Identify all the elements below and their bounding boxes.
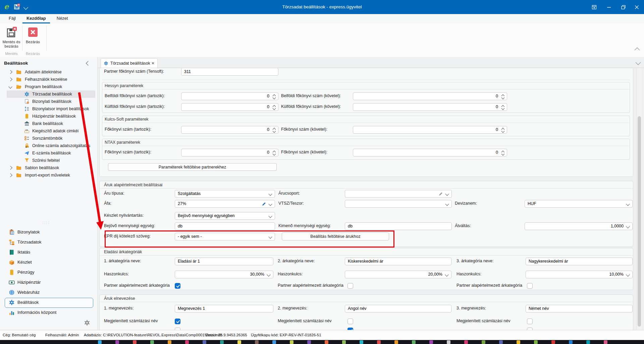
tree-item[interactable]: Program beállítások xyxy=(0,83,97,90)
taskbar-app-icon[interactable] xyxy=(237,340,241,344)
save-and-close-button[interactable]: Mentés és bezárás xyxy=(2,25,21,51)
menu-tab-fjl[interactable]: Fájl xyxy=(3,14,21,23)
taskbar-app-icon[interactable] xyxy=(394,340,398,344)
gl-number-spin[interactable]: 0 xyxy=(181,92,278,100)
scrollbar-thumb[interactable] xyxy=(638,116,641,327)
ribbon-collapse-chevron-up-icon[interactable] xyxy=(635,48,640,53)
taskbar-app-icon[interactable] xyxy=(499,340,503,344)
spinner-icon[interactable] xyxy=(501,105,505,110)
nav-item-webruhz[interactable]: Webáruház xyxy=(0,287,97,297)
epr-select[interactable]: - egyik sem - xyxy=(175,233,275,240)
tree-item[interactable]: Szűrési feltétel xyxy=(0,157,97,164)
tree-item[interactable]: Bank beállítások xyxy=(0,120,97,127)
price-category-name-input[interactable]: Kiskereskedelmi ár xyxy=(345,258,451,265)
taskbar-app-icon[interactable] xyxy=(569,340,573,344)
nav-drag-handle[interactable]: ········ xyxy=(42,221,54,224)
taskbar-app-icon[interactable] xyxy=(290,340,293,344)
margin-select[interactable]: 10,00% xyxy=(526,271,633,278)
sidebar-settings-gear-icon[interactable] xyxy=(84,320,90,326)
partner-default-category-checkbox[interactable] xyxy=(347,283,353,289)
afa-select[interactable]: 27% xyxy=(175,200,275,208)
nav-item-bizonylatok[interactable]: Bizonylatok xyxy=(0,227,97,237)
aru-tipusa-select[interactable]: Szolgáltatás xyxy=(175,190,275,198)
taskbar-app-icon[interactable] xyxy=(360,340,363,344)
gl-number-spin[interactable]: 0 xyxy=(181,126,278,134)
vertical-scrollbar[interactable] xyxy=(637,68,642,330)
price-category-name-input[interactable]: Nagykereskedelmi ár xyxy=(526,258,633,265)
gl-number-spin[interactable]: 0 xyxy=(353,149,507,156)
spinner-icon[interactable] xyxy=(501,127,505,133)
taskbar-app-icon[interactable] xyxy=(551,340,555,344)
os-taskbar[interactable] xyxy=(0,340,644,344)
taskbar-app-icon[interactable] xyxy=(464,340,468,344)
taskbar-app-icon[interactable] xyxy=(168,340,171,344)
spinner-icon[interactable] xyxy=(501,94,505,99)
spinner-icon[interactable] xyxy=(273,105,276,110)
gl-number-spin[interactable]: 0 xyxy=(353,103,507,111)
display-invoice-name-checkbox[interactable] xyxy=(527,319,533,324)
tree-item[interactable]: Adataim áttekintése xyxy=(0,68,97,76)
minimize-button[interactable] xyxy=(601,0,616,14)
close-tab-button[interactable]: Bezárás xyxy=(23,25,42,51)
taskbar-app-icon[interactable] xyxy=(307,340,311,344)
taskbar-app-icon[interactable] xyxy=(429,340,433,344)
taskbar-app-icon[interactable] xyxy=(115,340,119,344)
taskbar-app-icon[interactable] xyxy=(150,340,154,344)
taskbar-app-icon[interactable] xyxy=(255,340,259,344)
upload-goods-settings-button[interactable]: Beállítás feltöltése árukhoz xyxy=(282,232,389,240)
taskbar-app-icon[interactable] xyxy=(447,340,450,344)
taskbar-app-icon[interactable] xyxy=(586,340,590,344)
tree-item[interactable]: Bizonylatsor import beállítások xyxy=(0,105,97,113)
tree-item[interactable]: Bizonylati beállítások xyxy=(0,98,97,105)
taskbar-app-icon[interactable] xyxy=(325,340,328,344)
tab-close-icon[interactable]: ✕ xyxy=(151,61,155,66)
tree-expander-icon[interactable] xyxy=(8,77,12,81)
keszlet-select[interactable]: Bejövő mennyiségi egységben xyxy=(175,212,275,220)
tree-item[interactable]: ABKiegészítő adatok cimkéi xyxy=(0,127,97,135)
nav-item-informciskzpont[interactable]: Információs központ xyxy=(0,307,97,318)
arucsoport-select[interactable] xyxy=(345,190,452,198)
nav-item-iktats[interactable]: Iktatás xyxy=(0,247,97,257)
tree-expander-icon[interactable] xyxy=(8,85,12,88)
tree-item[interactable]: Online számla adatszolgáltatás xyxy=(0,142,97,149)
tree-item[interactable]: Felhasználók kezelése xyxy=(0,76,97,83)
tree-expander-icon[interactable] xyxy=(8,70,12,74)
taskbar-app-icon[interactable] xyxy=(604,340,607,344)
menu-tab-kezdlap[interactable]: Kezdőlap xyxy=(21,14,51,23)
gl-number-spin[interactable]: 0 xyxy=(353,126,507,134)
tree-item[interactable]: E-számla beállítások xyxy=(0,149,97,157)
menu-tab-nzet[interactable]: Nézet xyxy=(51,14,73,23)
taskbar-app-icon[interactable] xyxy=(203,340,206,344)
nav-item-hzipnztr[interactable]: Házipénztár xyxy=(0,277,97,287)
tree-item[interactable]: Sablon beállítások xyxy=(0,164,97,171)
tree-item[interactable]: Import-export műveletek xyxy=(0,171,97,179)
display-invoice-name-checkbox[interactable] xyxy=(175,319,180,324)
taskbar-app-icon[interactable] xyxy=(517,340,520,344)
tree-item[interactable]: Házipénztár beállítások xyxy=(0,113,97,120)
goods-name-input[interactable]: Német név xyxy=(526,305,633,313)
nav-item-kszlet[interactable]: Készlet xyxy=(0,257,97,267)
atvaltas-select[interactable]: 1,0000 xyxy=(525,222,633,230)
close-button[interactable] xyxy=(629,0,644,14)
nav-item-pnzgy[interactable]: Pénzügy xyxy=(0,267,97,277)
tree-item[interactable]: Törzsadat beállítások xyxy=(0,90,97,98)
clipped-row-checkbox[interactable] xyxy=(527,328,533,330)
taskbar-app-icon[interactable] xyxy=(482,340,485,344)
taskbar-app-icon[interactable] xyxy=(185,340,189,344)
price-category-name-input[interactable]: Eladási ár 1 xyxy=(175,258,273,265)
gl-number-spin[interactable]: 0 xyxy=(353,92,507,100)
partner-gl-input[interactable]: 311 xyxy=(181,68,278,76)
nav-item-trzsadatok[interactable]: Törzsadatok xyxy=(0,237,97,247)
goods-name-input[interactable]: Angol név xyxy=(345,305,451,313)
spinner-icon[interactable] xyxy=(273,94,276,99)
taskbar-app-icon[interactable] xyxy=(98,340,102,344)
gl-number-spin[interactable]: 0 xyxy=(181,149,278,156)
tree-item[interactable]: Sorszámtömbök xyxy=(0,135,97,142)
bejovo-unit-input[interactable]: db xyxy=(175,222,275,230)
tree-expander-icon[interactable] xyxy=(8,166,12,169)
margin-select[interactable]: 30,00% xyxy=(175,271,273,278)
taskbar-app-icon[interactable] xyxy=(220,340,224,344)
kimeno-unit-input[interactable]: db xyxy=(345,222,452,230)
taskbar-app-icon[interactable] xyxy=(377,340,381,344)
spinner-icon[interactable] xyxy=(273,150,276,155)
